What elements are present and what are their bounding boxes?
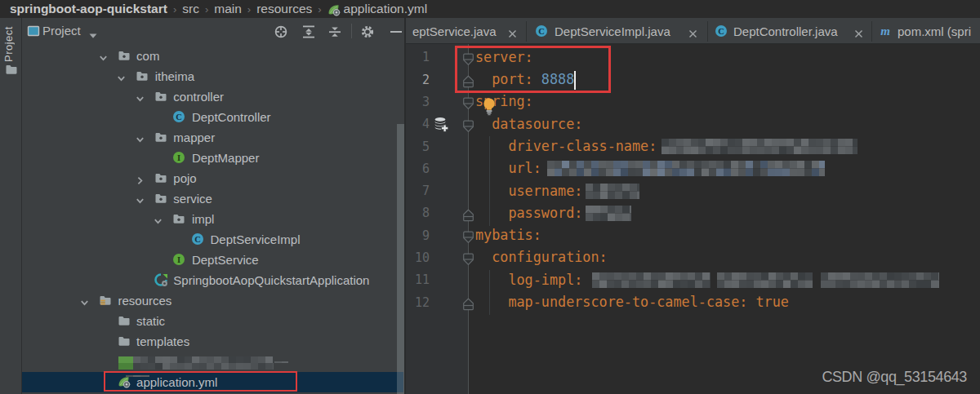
- svg-text:m: m: [880, 24, 890, 38]
- tree-row-label: templates: [136, 334, 189, 348]
- tree-row-service[interactable]: service: [22, 188, 403, 209]
- stripe-tab-project[interactable]: Project: [2, 21, 19, 62]
- tab-label: eptService.java: [412, 24, 497, 38]
- editor-tab-DeptServiceImpl.java[interactable]: CDeptServiceImpl.java: [527, 18, 707, 44]
- chevron-collapsed-icon[interactable]: [136, 174, 145, 183]
- datasource-gutter-icon[interactable]: [434, 117, 449, 132]
- code-line-12: map-underscore-to-camel-case: true: [475, 294, 789, 310]
- censored-blur: [662, 139, 858, 154]
- tree-row-templates[interactable]: templates: [22, 331, 403, 352]
- tree-row-pojo[interactable]: pojo: [22, 168, 403, 188]
- chevron-expanded-icon[interactable]: [99, 51, 108, 60]
- package-icon: [154, 171, 168, 185]
- fold-start-icon[interactable]: [462, 53, 474, 66]
- tree-row-DeptController[interactable]: CDeptController: [22, 107, 403, 127]
- collapse-all-icon[interactable]: [327, 24, 343, 40]
- line-number[interactable]: 10: [397, 250, 430, 265]
- tab-label: DeptController.java: [733, 24, 838, 38]
- breadcrumb-item[interactable]: resources: [256, 2, 312, 16]
- interface-icon: I: [172, 253, 186, 267]
- intention-bulb-icon[interactable]: [483, 97, 496, 116]
- tree-row-mapper[interactable]: mapper: [22, 127, 403, 148]
- tree-row-static[interactable]: static: [22, 311, 403, 331]
- editor-gutter[interactable]: 123456789101112: [406, 44, 469, 394]
- breadcrumb-item[interactable]: application.yml: [344, 2, 428, 16]
- fold-start-icon[interactable]: [462, 253, 474, 266]
- fold-end-icon[interactable]: [462, 298, 474, 311]
- chevron-down-icon[interactable]: [89, 28, 97, 34]
- line-number[interactable]: 9: [397, 228, 430, 243]
- line-number[interactable]: 11: [397, 272, 430, 287]
- chevron-expanded-icon[interactable]: [136, 92, 145, 101]
- maven-icon: m: [879, 24, 892, 38]
- tree-row-SpringbootAopQuickstartApplication[interactable]: SpringbootAopQuickstartApplication: [22, 270, 403, 290]
- code-line-10: configuration:: [475, 249, 608, 265]
- censored-blur: [586, 184, 639, 199]
- fold-end-icon[interactable]: [462, 209, 474, 222]
- project-panel: Project comitheimacontrollerCDeptControl…: [22, 18, 404, 394]
- tree-row-label: resources: [118, 294, 172, 308]
- line-number[interactable]: 5: [397, 139, 430, 154]
- tree-row-DeptMapper[interactable]: IDeptMapper: [22, 148, 403, 168]
- breadcrumb-separator: ›: [312, 3, 327, 15]
- tree-row-itheima[interactable]: itheima: [22, 66, 403, 86]
- project-panel-title[interactable]: Project: [42, 24, 81, 38]
- breadcrumb-item[interactable]: springboot-aop-quickstart: [10, 2, 167, 16]
- fold-start-icon[interactable]: [462, 120, 474, 133]
- tree-row-DeptService[interactable]: IDeptService: [22, 250, 403, 270]
- tree-row-label: itheima: [155, 69, 194, 83]
- settings-icon[interactable]: [359, 24, 376, 40]
- line-number[interactable]: 6: [397, 162, 430, 176]
- fold-end-icon[interactable]: [462, 75, 474, 88]
- tree-row-com[interactable]: com: [22, 46, 403, 66]
- line-number[interactable]: 1: [397, 50, 430, 64]
- line-number[interactable]: 7: [397, 184, 430, 198]
- chevron-expanded-icon[interactable]: [117, 72, 126, 81]
- line-number[interactable]: 12: [397, 295, 430, 310]
- tree-row-label: DeptServiceImpl: [211, 232, 301, 246]
- tree-row-label: mapper: [173, 131, 215, 144]
- stripe-folder-icon[interactable]: [5, 63, 20, 77]
- tree-row-label: SpringbootAopQuickstartApplication: [173, 273, 369, 287]
- tree-row-DeptServiceImpl[interactable]: CDeptServiceImpl: [22, 229, 403, 250]
- locate-icon[interactable]: [273, 24, 289, 40]
- chevron-expanded-icon[interactable]: [136, 194, 145, 203]
- code-line-9: mybatis:: [475, 227, 541, 243]
- line-number[interactable]: 2: [397, 73, 430, 87]
- tree-row-censored[interactable]: [22, 352, 403, 372]
- spring-yml-icon: [327, 3, 340, 15]
- line-number[interactable]: 8: [397, 206, 430, 220]
- chevron-expanded-icon[interactable]: [80, 296, 89, 305]
- tree-row-label: service: [173, 192, 212, 206]
- token-key: driver-class-name:: [475, 138, 657, 154]
- fold-start-icon[interactable]: [462, 231, 474, 244]
- editor-tab-eptService.java[interactable]: eptService.java: [406, 18, 526, 44]
- editor-code-area[interactable]: server: port: 8888spring: datasource: dr…: [469, 44, 980, 394]
- editor-tab-pom.xml-spri[interactable]: mpom.xml (spri: [872, 18, 980, 44]
- tree-row-resources[interactable]: resources: [22, 290, 403, 311]
- springboot-icon: [154, 273, 168, 287]
- fold-start-icon[interactable]: [462, 97, 474, 110]
- tree-row-label: DeptService: [192, 253, 259, 267]
- tree-row-controller[interactable]: controller: [22, 86, 403, 107]
- line-number[interactable]: 3: [397, 95, 430, 109]
- breadcrumb-item[interactable]: src: [182, 2, 199, 16]
- breadcrumb-item[interactable]: main: [214, 2, 242, 16]
- svg-text:I: I: [177, 255, 180, 263]
- close-icon[interactable]: [688, 27, 697, 36]
- line-number[interactable]: 4: [397, 117, 430, 131]
- censored-blur: [274, 356, 288, 363]
- expand-all-icon[interactable]: [301, 24, 317, 40]
- editor-tab-DeptController.java[interactable]: CDeptController.java: [708, 18, 871, 44]
- code-line-7: username:: [475, 183, 582, 199]
- chevron-expanded-icon[interactable]: [136, 133, 145, 142]
- breadcrumb: springboot-aop-quickstart›src›main›resou…: [0, 0, 980, 18]
- close-icon[interactable]: [508, 27, 517, 36]
- close-icon[interactable]: [854, 27, 863, 36]
- annotation-box-server-port: [455, 46, 611, 93]
- chevron-expanded-icon[interactable]: [154, 215, 163, 224]
- tree-row-impl[interactable]: impl: [22, 209, 403, 229]
- censored-blur: [821, 272, 939, 288]
- hide-icon[interactable]: [388, 24, 404, 40]
- package-icon: [172, 212, 186, 226]
